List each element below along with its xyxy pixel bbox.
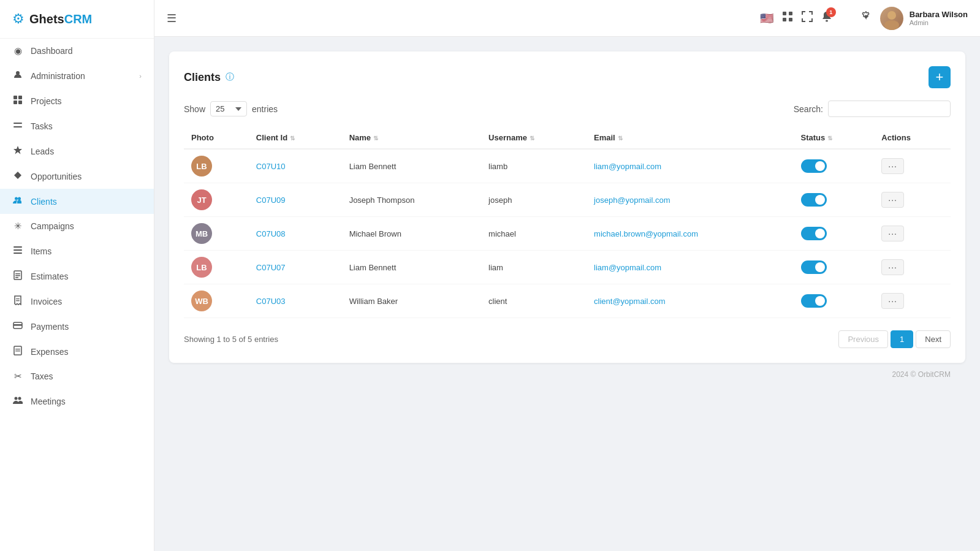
next-button[interactable]: Next bbox=[916, 330, 951, 348]
cell-username: joseph bbox=[481, 183, 587, 217]
dark-mode-button[interactable] bbox=[841, 11, 852, 25]
col-header-email[interactable]: Email⇅ bbox=[587, 127, 793, 149]
cell-actions: ··· bbox=[874, 149, 951, 183]
toggle-knob bbox=[815, 195, 825, 205]
status-toggle[interactable] bbox=[801, 159, 827, 173]
sidebar-item-label: Invoices bbox=[31, 297, 62, 306]
sidebar-item-taxes[interactable]: ✂ Taxes bbox=[0, 364, 154, 389]
previous-button[interactable]: Previous bbox=[838, 330, 888, 348]
col-header-photo: Photo bbox=[184, 127, 249, 149]
sidebar-item-meetings[interactable]: Meetings bbox=[0, 389, 154, 414]
expenses-icon bbox=[12, 346, 23, 357]
svg-rect-3 bbox=[13, 101, 17, 104]
fullscreen-button[interactable] bbox=[802, 11, 813, 25]
svg-rect-16 bbox=[15, 275, 20, 276]
actions-button[interactable]: ··· bbox=[881, 293, 904, 309]
entries-per-page-select[interactable]: 10 25 50 100 bbox=[210, 101, 247, 116]
tasks-icon bbox=[12, 120, 23, 132]
opportunities-icon bbox=[12, 170, 23, 182]
col-header-client-id[interactable]: Client Id⇅ bbox=[249, 127, 342, 149]
svg-rect-29 bbox=[783, 18, 786, 21]
invoices-icon bbox=[12, 295, 23, 307]
cell-name: Joseph Thompson bbox=[342, 183, 481, 217]
apps-button[interactable] bbox=[782, 11, 793, 25]
info-icon[interactable]: ⓘ bbox=[226, 72, 234, 83]
cell-name: Liam Bennett bbox=[342, 149, 481, 183]
status-toggle[interactable] bbox=[801, 294, 827, 308]
sidebar-item-clients[interactable]: Clients bbox=[0, 189, 154, 214]
sidebar-item-items[interactable]: Items bbox=[0, 238, 154, 264]
cell-email: michael.brown@yopmail.com bbox=[587, 217, 793, 251]
cell-client-id: C07U07 bbox=[249, 251, 342, 284]
sidebar-item-invoices[interactable]: Invoices bbox=[0, 289, 154, 314]
sidebar-item-expenses[interactable]: Expenses bbox=[0, 339, 154, 364]
sidebar-item-estimates[interactable]: Estimates bbox=[0, 264, 154, 289]
sidebar-item-dashboard[interactable]: ◉ Dashboard bbox=[0, 39, 154, 63]
sidebar-item-label: Estimates bbox=[31, 272, 68, 281]
actions-button[interactable]: ··· bbox=[881, 158, 904, 174]
hamburger-button[interactable]: ☰ bbox=[167, 12, 177, 25]
table-row: JT C07U09 Joseph Thompson joseph joseph@… bbox=[184, 183, 951, 217]
actions-button[interactable]: ··· bbox=[881, 259, 904, 275]
email-link[interactable]: client@yopmail.com bbox=[594, 297, 666, 306]
col-header-name[interactable]: Name⇅ bbox=[342, 127, 481, 149]
client-id-link[interactable]: C07U10 bbox=[256, 162, 286, 171]
svg-rect-23 bbox=[15, 349, 20, 349]
email-link[interactable]: liam@yopmail.com bbox=[594, 162, 661, 171]
col-header-username[interactable]: Username⇅ bbox=[481, 127, 587, 149]
cell-photo: JT bbox=[184, 183, 249, 217]
topbar: ☰ 🇺🇸 1 bbox=[154, 0, 980, 37]
cell-actions: ··· bbox=[874, 217, 951, 251]
email-link[interactable]: michael.brown@yopmail.com bbox=[594, 229, 698, 238]
email-link[interactable]: liam@yopmail.com bbox=[594, 263, 661, 272]
client-id-link[interactable]: C07U03 bbox=[256, 297, 286, 306]
actions-button[interactable]: ··· bbox=[881, 192, 904, 208]
notification-bell-button[interactable]: 1 bbox=[821, 11, 832, 25]
logo[interactable]: ⚙ GhetsCRM bbox=[0, 0, 154, 39]
logo-text: GhetsCRM bbox=[29, 12, 92, 26]
svg-rect-24 bbox=[15, 351, 20, 351]
svg-rect-11 bbox=[13, 246, 22, 248]
chevron-right-icon: › bbox=[139, 72, 142, 80]
client-id-link[interactable]: C07U09 bbox=[256, 196, 286, 205]
sidebar-item-opportunities[interactable]: Opportunities bbox=[0, 164, 154, 189]
payments-icon bbox=[12, 321, 23, 332]
email-link[interactable]: joseph@yopmail.com bbox=[594, 196, 670, 205]
client-id-link[interactable]: C07U08 bbox=[256, 229, 286, 238]
svg-rect-4 bbox=[18, 101, 22, 104]
taxes-icon: ✂ bbox=[12, 371, 23, 382]
table-row: LB C07U07 Liam Bennett liam liam@yopmail… bbox=[184, 251, 951, 284]
user-profile[interactable]: Barbara Wilson Admin bbox=[880, 7, 968, 30]
sidebar-item-administration[interactable]: Administration › bbox=[0, 63, 154, 88]
settings-button[interactable] bbox=[860, 11, 872, 25]
page-content: Clients ⓘ + Show 10 25 50 100 entries bbox=[154, 37, 980, 551]
status-toggle[interactable] bbox=[801, 260, 827, 274]
campaigns-icon: ✳ bbox=[12, 221, 23, 232]
status-toggle[interactable] bbox=[801, 227, 827, 240]
cell-email: joseph@yopmail.com bbox=[587, 183, 793, 217]
svg-rect-5 bbox=[13, 123, 22, 124]
sidebar-item-payments[interactable]: Payments bbox=[0, 314, 154, 339]
search-input[interactable] bbox=[828, 101, 951, 117]
footer: 2024 © OrbitCRM bbox=[169, 363, 965, 386]
sidebar-item-label: Leads bbox=[31, 146, 54, 156]
cell-email: liam@yopmail.com bbox=[587, 149, 793, 183]
sidebar-item-campaigns[interactable]: ✳ Campaigns bbox=[0, 214, 154, 238]
client-id-link[interactable]: C07U07 bbox=[256, 263, 286, 272]
add-client-button[interactable]: + bbox=[929, 66, 951, 88]
toggle-knob bbox=[815, 229, 825, 238]
page-1-button[interactable]: 1 bbox=[891, 330, 913, 348]
notification-count: 1 bbox=[826, 7, 836, 17]
col-header-actions: Actions bbox=[874, 127, 951, 149]
svg-point-9 bbox=[15, 197, 18, 200]
sidebar-item-tasks[interactable]: Tasks bbox=[0, 113, 154, 139]
sidebar-item-label: Clients bbox=[31, 197, 57, 207]
cell-email: liam@yopmail.com bbox=[587, 251, 793, 284]
status-toggle[interactable] bbox=[801, 193, 827, 207]
sidebar-item-leads[interactable]: Leads bbox=[0, 139, 154, 164]
actions-button[interactable]: ··· bbox=[881, 226, 904, 241]
pagination-controls: Previous 1 Next bbox=[838, 330, 951, 348]
sidebar-item-projects[interactable]: Projects bbox=[0, 88, 154, 113]
col-header-status[interactable]: Status⇅ bbox=[794, 127, 875, 149]
language-selector[interactable]: 🇺🇸 bbox=[760, 12, 773, 25]
